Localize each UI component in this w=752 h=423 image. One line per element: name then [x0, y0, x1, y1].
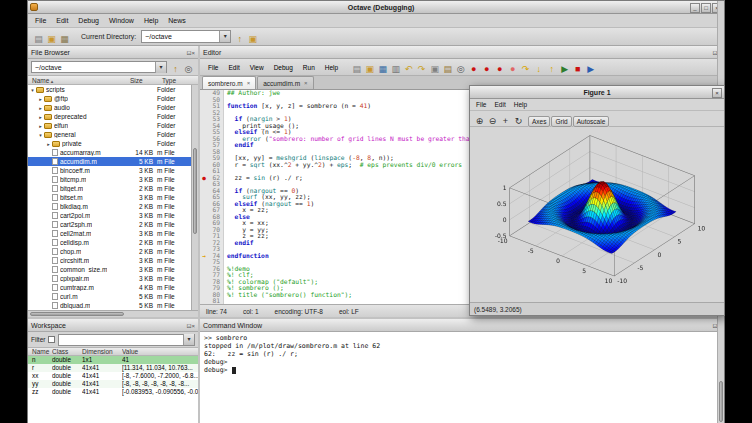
breakpoint-margin[interactable]	[200, 298, 208, 304]
menu-window[interactable]: Window	[104, 15, 139, 26]
figure-titlebar[interactable]: Figure 1 ×	[470, 86, 724, 99]
scrollbar-thumb[interactable]	[30, 312, 124, 316]
remove-breakpoints-icon[interactable]: ●	[506, 63, 519, 76]
save-and-run-icon[interactable]: ▶	[584, 63, 597, 76]
file-row-chop.m[interactable]: chop.m2 KBm File	[28, 247, 191, 256]
file-row-cumtrapz.m[interactable]: cumtrapz.m4 KBm File	[28, 283, 191, 292]
figure-axes-button[interactable]: Axes	[528, 116, 550, 127]
chevron-down-icon[interactable]: ▾	[183, 334, 194, 345]
workspace-header[interactable]: Workspace ⊡×	[28, 319, 198, 332]
file-row-common_size.m[interactable]: common_size.m3 KBm File	[28, 265, 191, 274]
file-row-accumarray.m[interactable]: accumarray.m14 KBm File	[28, 148, 191, 157]
filter-combo[interactable]: ▾	[58, 334, 195, 346]
paste-icon[interactable]: ▤	[441, 63, 454, 76]
print-icon[interactable]: ▥	[389, 63, 402, 76]
file-row-cplxpair.m[interactable]: cplxpair.m3 KBm File	[28, 274, 191, 283]
step-in-icon[interactable]: ↓	[532, 63, 545, 76]
file-browser-hscrollbar[interactable]	[28, 310, 198, 317]
file-row-cart2pol.m[interactable]: cart2pol.m3 KBm File	[28, 211, 191, 220]
figure-menu-edit[interactable]: Edit	[490, 100, 509, 109]
file-row-cell2mat.m[interactable]: cell2mat.m3 KBm File	[28, 229, 191, 238]
editor-menu-run[interactable]: Run	[298, 62, 320, 73]
figure-menu-help[interactable]: Help	[510, 100, 531, 109]
open-file-icon[interactable]: ▣	[363, 63, 376, 76]
menu-file[interactable]: File	[30, 15, 51, 26]
file-row-dblquad.m[interactable]: dblquad.m5 KBm File	[28, 301, 191, 310]
file-row-deprecated[interactable]: ▸deprecatedFolder	[28, 112, 191, 121]
close-icon[interactable]: ×	[191, 50, 195, 56]
tree-twisty-icon[interactable]: ▾	[29, 87, 36, 93]
close-icon[interactable]: ×	[191, 323, 195, 329]
tree-twisty-icon[interactable]: ▸	[37, 114, 44, 120]
tree-twisty-icon[interactable]: ▸	[45, 141, 52, 147]
file-row-circshift.m[interactable]: circshift.m3 KBm File	[28, 256, 191, 265]
quit-debug-icon[interactable]: ■	[571, 63, 584, 76]
find-icon[interactable]: ◎	[454, 63, 467, 76]
tab-sombrero.m[interactable]: sombrero.m×	[202, 76, 256, 89]
file-row-cart2sph.m[interactable]: cart2sph.m2 KBm File	[28, 220, 191, 229]
new-script-icon[interactable]: ▤	[32, 33, 45, 46]
up-directory-icon[interactable]: ↑	[233, 33, 246, 46]
figure-canvas[interactable]	[470, 127, 724, 302]
file-row-audio[interactable]: ▸audioFolder	[28, 103, 191, 112]
file-row-bitcmp.m[interactable]: bitcmp.m3 KBm File	[28, 175, 191, 184]
tree-twisty-icon[interactable]: ▸	[37, 123, 44, 129]
file-column-size[interactable]: Size	[130, 77, 162, 84]
maximize-button[interactable]: □	[701, 3, 711, 13]
step-out-icon[interactable]: ↑	[545, 63, 558, 76]
redo-icon[interactable]: ↷	[415, 63, 428, 76]
menu-news[interactable]: News	[163, 15, 191, 26]
editor-menu-debug[interactable]: Debug	[269, 62, 298, 73]
chevron-down-icon[interactable]: ▾	[219, 31, 230, 42]
menu-debug[interactable]: Debug	[73, 15, 104, 26]
rotate-icon[interactable]: ↻	[512, 115, 525, 128]
pan-icon[interactable]: +	[499, 115, 512, 128]
next-breakpoint-icon[interactable]: ●	[480, 63, 493, 76]
file-row-@ftp[interactable]: ▸@ftpFolder	[28, 94, 191, 103]
workspace-row-yy[interactable]: yydouble41x41[-8, -8, -8, -8, -8, -8, -8…	[28, 380, 198, 388]
file-row-private[interactable]: ▸privateFolder	[28, 139, 191, 148]
file-row-general[interactable]: ▾generalFolder	[28, 130, 191, 139]
filter-checkbox[interactable]	[48, 336, 55, 343]
file-browser-path-combo[interactable]: ~/octave ▾	[31, 61, 167, 73]
figure-autoscale-button[interactable]: Autoscale	[573, 116, 610, 127]
tree-twisty-icon[interactable]: ▾	[37, 132, 44, 138]
editor-menu-file[interactable]: File	[203, 62, 223, 73]
menu-help[interactable]: Help	[139, 15, 163, 26]
file-column-name[interactable]: Name ▴	[28, 77, 130, 84]
tree-twisty-icon[interactable]: ▸	[37, 96, 44, 102]
new-file-icon[interactable]: ▤	[350, 63, 363, 76]
command-window-header[interactable]: Command Window ⊡×	[200, 319, 724, 332]
save-icon[interactable]: ▦	[376, 63, 389, 76]
figure-plot-area[interactable]	[470, 127, 724, 302]
editor-menu-help[interactable]: Help	[320, 62, 343, 73]
command-output[interactable]: >> sombrerostopped in /m/plot/draw/sombr…	[200, 332, 724, 423]
scrollbar-thumb[interactable]	[719, 381, 723, 422]
file-column-type[interactable]: Type	[162, 77, 198, 84]
workspace-column-value[interactable]: Value	[122, 348, 198, 355]
toggle-breakpoint-icon[interactable]: ●	[467, 63, 480, 76]
tab-close-icon[interactable]: ×	[247, 80, 251, 86]
file-row-accumdim.m[interactable]: accumdim.m5 KBm File	[28, 157, 191, 166]
browse-directory-icon[interactable]: ▣	[246, 33, 259, 46]
workspace-column-class[interactable]: Class	[52, 348, 82, 355]
file-row-bitset.m[interactable]: bitset.m3 KBm File	[28, 193, 191, 202]
step-icon[interactable]: ↷	[519, 63, 532, 76]
file-browser-vscrollbar[interactable]	[191, 85, 198, 310]
workspace-row-zz[interactable]: zzdouble41x41[-0.083953, -0.090556, -0.0…	[28, 388, 198, 396]
tab-accumdim.m[interactable]: accumdim.m×	[257, 76, 313, 89]
tree-twisty-icon[interactable]: ▸	[37, 105, 44, 111]
figure-grid-button[interactable]: Grid	[551, 116, 571, 127]
zoom-in-icon[interactable]: ⊕	[473, 115, 486, 128]
command-vscrollbar[interactable]	[717, 332, 724, 423]
workspace-column-dimension[interactable]: Dimension	[82, 348, 122, 355]
chevron-down-icon[interactable]: ▾	[155, 62, 166, 73]
workspace-row-n[interactable]: ndouble1x141	[28, 356, 198, 364]
titlebar[interactable]: Octave (Debugging) _□×	[28, 1, 724, 14]
file-row-blkdiag.m[interactable]: blkdiag.m2 KBm File	[28, 202, 191, 211]
current-directory-combo[interactable]: ~/octave ▾	[141, 30, 231, 43]
workspace-row-r[interactable]: rdouble41x41[11.314, 11.034, 10.763...	[28, 364, 198, 372]
figure-menu-file[interactable]: File	[472, 100, 490, 109]
file-row-bincoeff.m[interactable]: bincoeff.m3 KBm File	[28, 166, 191, 175]
scrollbar-thumb[interactable]	[193, 148, 197, 234]
